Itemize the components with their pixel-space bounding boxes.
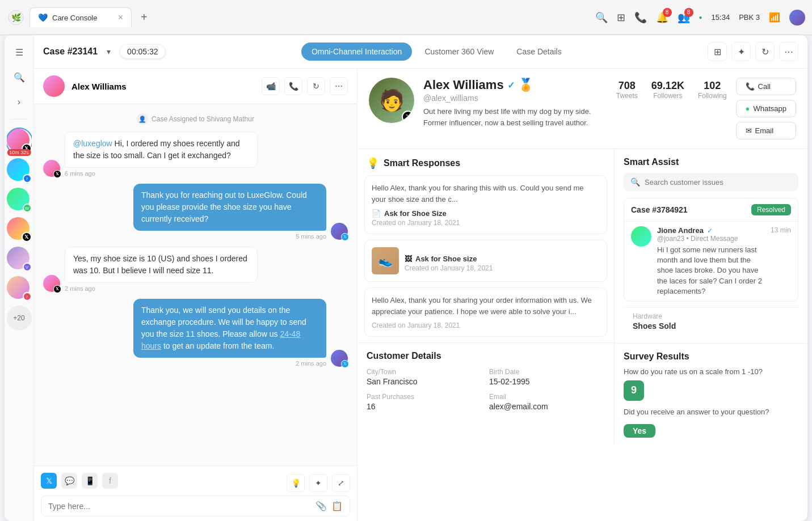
notification-icon[interactable]: 🔔 8 — [656, 11, 668, 24]
customer-details-title: Customer Details — [367, 351, 605, 361]
wifi-icon: 📶 — [769, 12, 780, 23]
customer-details-section: Customer Details City/Town San Francisco… — [357, 342, 614, 418]
expand-button[interactable]: ⤢ — [332, 474, 350, 492]
magic-button[interactable]: ✦ — [731, 42, 751, 61]
sidebar-search-button[interactable]: 🔍 — [9, 67, 30, 87]
browser-logo: 🌿 — [7, 9, 25, 27]
case-dropdown-icon[interactable]: ▾ — [107, 47, 111, 56]
table-row: 𝕏 Thank you for reaching out to LuxeGlow… — [43, 184, 348, 240]
more-count-badge[interactable]: +20 — [7, 306, 32, 331]
chat-more-button[interactable]: ⋯ — [330, 77, 348, 95]
survey-title: Survey Results — [624, 351, 798, 362]
tab-icon: 💙 — [38, 13, 48, 22]
survey-score: 9 — [624, 380, 644, 401]
facebook-badge: f — [23, 174, 32, 183]
msg-timestamp-2: 5 mins ago — [296, 233, 326, 240]
session-label: PBK 3 — [739, 13, 760, 22]
chat-footer: 𝕏 💬 📱 f 💡 ✦ ⤢ 📎 — [34, 465, 357, 521]
browser-tab[interactable]: 💙 Care Console × — [30, 7, 132, 27]
list-item[interactable]: V — [7, 247, 32, 272]
twitter-channel-tab[interactable]: 𝕏 — [41, 473, 57, 489]
video-call-button[interactable]: 📹 — [262, 77, 280, 95]
smart-responses-section: 💡 Smart Responses Hello Alex, thank you … — [357, 149, 615, 444]
menu-button[interactable]: ☰ — [9, 42, 30, 62]
whatsapp-badge: W — [23, 204, 32, 213]
right-panel: 🧑 𝕏 Alex Williams ✓ 🏅 @alex_williams Out… — [357, 69, 807, 521]
template-button[interactable]: ✦ — [309, 474, 327, 492]
purchases-detail: Past Purchases 16 — [367, 393, 482, 411]
channel-toolbar: 𝕏 💬 📱 f 💡 ✦ ⤢ — [41, 471, 350, 495]
sidebar-expand-button[interactable]: › — [9, 92, 30, 112]
whatsapp-channel-tab[interactable]: 📱 — [82, 473, 98, 489]
msg-twitter-badge: 𝕏 — [53, 170, 61, 178]
response-title-1: 📄 Ask for Shoe Size — [372, 209, 600, 218]
refresh-button[interactable]: ↻ — [755, 42, 775, 61]
msg-timestamp-3: 2 mins ago — [65, 285, 258, 292]
tab-close-icon[interactable]: × — [118, 12, 123, 23]
whatsapp-button[interactable]: ● Whatsapp — [736, 100, 796, 117]
search-icon[interactable]: 🔍 — [595, 11, 608, 24]
outgoing-bubble-2: Thank you, we will send you details on t… — [133, 299, 326, 358]
user-avatar[interactable] — [789, 10, 805, 26]
email-button[interactable]: ✉ Email — [736, 122, 796, 139]
survey-results-section: Survey Results How do you rate us on a s… — [615, 343, 807, 444]
tab-omni-channel[interactable]: Omni-Channel Interaction — [301, 43, 413, 61]
panels: Alex Williams 📹 📞 ↻ ⋯ 👤 Case Assigned to… — [34, 69, 807, 521]
tab-customer360[interactable]: Customer 360 View — [414, 43, 504, 61]
list-item[interactable]: r — [7, 276, 32, 301]
app-container: ☰ 🔍 › 𝕏 10m 32s f W 𝕏 — [5, 35, 807, 521]
phone-icon[interactable]: 📞 — [634, 11, 647, 24]
exchange-link[interactable]: 24-48 hours — [141, 329, 300, 350]
msg-twitter-badge-2: 𝕏 — [341, 233, 349, 241]
assist-message-row: Jione Andrea ✓ @joan23 • Direct Message … — [624, 221, 798, 301]
browser-chrome: 🌿 💙 Care Console × + 🔍 ⊞ 📞 🔔 8 👥 8 ● 15:… — [0, 0, 812, 35]
call-button[interactable]: 📞 Call — [736, 78, 796, 95]
smart-assist-title: Smart Assist — [624, 157, 798, 167]
smart-assist-search: 🔍 — [624, 173, 798, 191]
smart-reply-button[interactable]: 💡 — [287, 474, 305, 492]
msg-content: @luxeglow Hi, I ordered my shoes recentl… — [65, 132, 258, 177]
smart-assist-search-input[interactable] — [645, 178, 792, 187]
response-title-2: 🖼 Ask for Shoe size — [405, 255, 493, 263]
message-channel-tab[interactable]: 💬 — [61, 473, 77, 489]
assist-msg-text: Hi I got some new runners last month and… — [657, 245, 765, 296]
attachment-icon[interactable]: 📎 — [315, 501, 327, 511]
reddit-badge: r — [23, 292, 32, 301]
list-item[interactable]: W — [7, 188, 32, 213]
chat-channel-tabs: 𝕏 💬 📱 f — [41, 473, 118, 493]
response-text-1: Hello Alex, thank you for sharing this w… — [372, 183, 600, 205]
list-item[interactable]: f — [7, 158, 32, 183]
notes-icon[interactable]: 📋 — [331, 501, 343, 511]
users-icon[interactable]: 👥 8 — [678, 11, 690, 24]
response-text-3: Hello Alex, thank you for sharing your o… — [372, 295, 600, 317]
tab-case-details[interactable]: Case Details — [506, 43, 571, 61]
list-item[interactable]: 𝕏 — [7, 217, 32, 242]
bulb-icon: 💡 — [367, 157, 379, 170]
msg-twitter-badge-3: 𝕏 — [53, 285, 61, 293]
more-options-button[interactable]: ⋯ — [779, 42, 798, 61]
email-detail: Email alex@email.com — [489, 393, 605, 411]
survey-question-1: How do you rate us on a scale from 1 -10… — [624, 367, 798, 376]
list-item[interactable]: Hello Alex, thank you for sharing this w… — [364, 175, 607, 234]
phone-call-button[interactable]: 📞 — [284, 77, 302, 95]
list-item[interactable]: 👟 🖼 Ask for Shoe size Created on January… — [364, 240, 607, 282]
refresh-chat-button[interactable]: ↻ — [307, 77, 325, 95]
grid-icon[interactable]: ⊞ — [617, 11, 625, 24]
screenshot-button[interactable]: ⊞ — [708, 42, 727, 61]
assist-handle: @joan23 • Direct Message — [657, 235, 765, 243]
case-assist-card: Case #3784921 Resolved Jione Andrea ✓ — [624, 198, 798, 302]
message-input[interactable] — [48, 502, 311, 511]
chat-panel: Alex Williams 📹 📞 ↻ ⋯ 👤 Case Assigned to… — [34, 69, 357, 521]
new-tab-button[interactable]: + — [136, 11, 152, 24]
facebook-channel-tab[interactable]: f — [102, 473, 118, 489]
list-item[interactable]: Hello Alex, thank you for sharing your o… — [364, 287, 607, 337]
search-assist-icon: 🔍 — [630, 177, 640, 187]
list-item[interactable]: 𝕏 10m 32s — [7, 129, 32, 154]
chat-toolbar-right: 💡 ✦ ⤢ — [287, 474, 350, 492]
resolved-status-badge: Resolved — [751, 204, 791, 215]
system-message: 👤 Case Assigned to Shivang Mathur — [43, 113, 348, 125]
incoming-bubble-2: Yes, my shoe size is 10 (US) and shoes I… — [65, 247, 258, 283]
users-badge: 8 — [684, 8, 693, 17]
msg-timestamp: 6 mins ago — [65, 170, 258, 177]
emoji-badge: 🏅 — [518, 78, 533, 92]
